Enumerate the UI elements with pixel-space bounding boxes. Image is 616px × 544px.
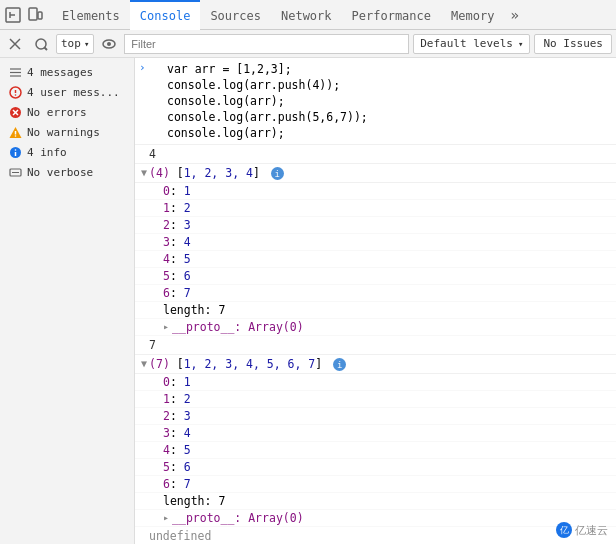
array1-item-0: 0: 1 xyxy=(135,183,616,200)
tab-elements[interactable]: Elements xyxy=(52,0,130,30)
array2-proto: ▸ __proto__: Array(0) xyxy=(135,510,616,527)
tab-bar-icons xyxy=(4,6,44,24)
array2-item-6: 6: 7 xyxy=(135,476,616,493)
code-line-1: var arr = [1,2,3]; xyxy=(167,61,616,77)
array2-item-2: 2: 3 xyxy=(135,408,616,425)
eye-icon-button[interactable] xyxy=(98,33,120,55)
main-area: 4 messages 4 user mess... No errors No w… xyxy=(0,58,616,544)
array2-info-icon[interactable]: i xyxy=(333,358,346,371)
array1-info-icon[interactable]: i xyxy=(271,167,284,180)
svg-point-22 xyxy=(14,135,16,137)
tab-more-button[interactable]: » xyxy=(504,0,524,30)
inspect-icon[interactable] xyxy=(4,6,22,24)
result-2-line: 7 xyxy=(135,336,616,355)
tab-memory[interactable]: Memory xyxy=(441,0,504,30)
watermark: 亿 亿速云 xyxy=(556,522,608,538)
array2-item-1: 1: 2 xyxy=(135,391,616,408)
array1-item-5: 5: 6 xyxy=(135,268,616,285)
sidebar: 4 messages 4 user mess... No errors No w… xyxy=(0,58,135,544)
tab-bar: Elements Console Sources Network Perform… xyxy=(0,0,616,30)
undefined-result: undefined xyxy=(149,528,211,544)
device-icon[interactable] xyxy=(26,6,44,24)
user-messages-icon xyxy=(8,85,22,99)
filter-toggle-button[interactable] xyxy=(30,33,52,55)
clear-console-button[interactable] xyxy=(4,33,26,55)
tab-console[interactable]: Console xyxy=(130,0,201,30)
array2-length: length: 7 xyxy=(135,493,616,510)
array2-header-line: ▼ (7) [1, 2, 3, 4, 5, 6, 7] i xyxy=(135,355,616,374)
result-1-line: 4 xyxy=(135,145,616,164)
line-gutter: › xyxy=(139,59,153,76)
list-icon xyxy=(8,65,22,79)
array2-item-3: 3: 4 xyxy=(135,425,616,442)
filter-input[interactable] xyxy=(124,34,409,54)
error-icon xyxy=(8,105,22,119)
svg-rect-3 xyxy=(29,8,37,20)
array1-item-3: 3: 4 xyxy=(135,234,616,251)
verbose-icon xyxy=(8,165,22,179)
input-code-line: › var arr = [1,2,3]; console.log(arr.pus… xyxy=(135,58,616,145)
tab-sources[interactable]: Sources xyxy=(200,0,271,30)
svg-line-8 xyxy=(45,47,48,50)
code-content: var arr = [1,2,3]; console.log(arr.push(… xyxy=(153,59,616,143)
sidebar-item-info[interactable]: 4 info xyxy=(0,142,134,162)
info-icon xyxy=(8,145,22,159)
sidebar-item-errors[interactable]: No errors xyxy=(0,102,134,122)
array1-collapse-arrow[interactable]: ▼ xyxy=(141,165,147,181)
sidebar-item-verbose[interactable]: No verbose xyxy=(0,162,134,182)
svg-rect-4 xyxy=(38,12,42,19)
console-output[interactable]: › var arr = [1,2,3]; console.log(arr.pus… xyxy=(135,58,616,544)
svg-point-16 xyxy=(14,94,16,96)
proto2-expand-arrow[interactable]: ▸ xyxy=(163,510,169,526)
array2-item-0: 0: 1 xyxy=(135,374,616,391)
code-line-4: console.log(arr.push(5,6,7)); xyxy=(167,109,616,125)
array1-item-2: 2: 3 xyxy=(135,217,616,234)
array2-collapse-arrow[interactable]: ▼ xyxy=(141,356,147,372)
array2-item-5: 5: 6 xyxy=(135,459,616,476)
undefined-line: undefined xyxy=(135,527,616,544)
array1-item-1: 1: 2 xyxy=(135,200,616,217)
array1-length: length: 7 xyxy=(135,302,616,319)
svg-point-10 xyxy=(107,42,111,46)
code-line-5: console.log(arr); xyxy=(167,125,616,141)
default-levels-dropdown[interactable]: Default levels ▾ xyxy=(413,34,530,54)
sidebar-item-all-messages[interactable]: 4 messages xyxy=(0,62,134,82)
code-line-2: console.log(arr.push(4)); xyxy=(167,77,616,93)
svg-point-25 xyxy=(14,149,16,151)
watermark-icon: 亿 xyxy=(556,522,572,538)
tab-performance[interactable]: Performance xyxy=(342,0,441,30)
array1-header-line: ▼ (4) [1, 2, 3, 4] i xyxy=(135,164,616,183)
sidebar-item-warnings[interactable]: No warnings xyxy=(0,122,134,142)
array2-item-4: 4: 5 xyxy=(135,442,616,459)
array1-item-6: 6: 7 xyxy=(135,285,616,302)
warning-icon xyxy=(8,125,22,139)
sidebar-item-user-messages[interactable]: 4 user mess... xyxy=(0,82,134,102)
array1-proto: ▸ __proto__: Array(0) xyxy=(135,319,616,336)
filter-bar: top ▾ Default levels ▾ No Issues xyxy=(0,30,616,58)
level-select[interactable]: top ▾ xyxy=(56,34,94,54)
no-issues-badge: No Issues xyxy=(534,34,612,54)
tab-network[interactable]: Network xyxy=(271,0,342,30)
array1-item-4: 4: 5 xyxy=(135,251,616,268)
proto1-expand-arrow[interactable]: ▸ xyxy=(163,319,169,335)
code-line-3: console.log(arr); xyxy=(167,93,616,109)
